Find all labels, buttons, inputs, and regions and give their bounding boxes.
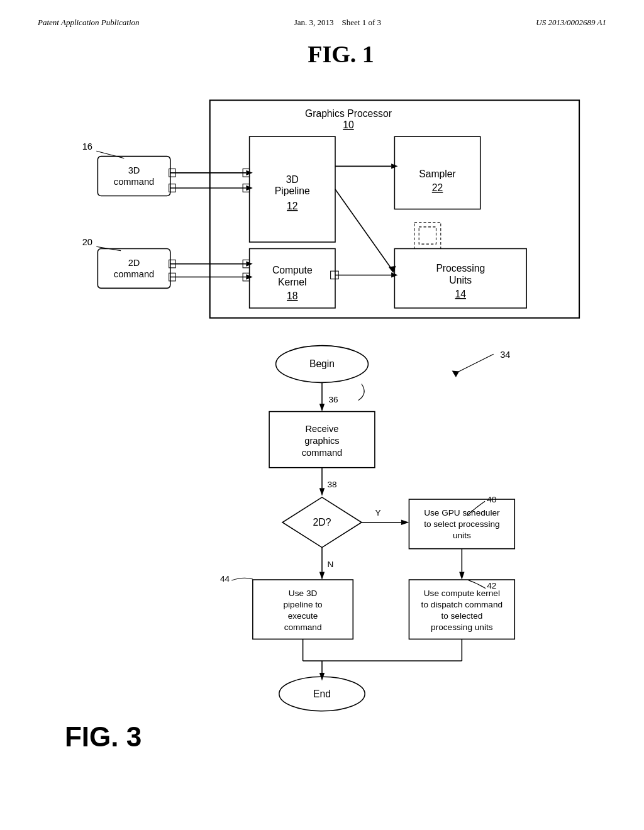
begin-label: Begin	[309, 358, 335, 369]
gpu-scheduler-label: Use GPU scheduler	[424, 508, 500, 517]
svg-marker-49	[319, 572, 325, 580]
receive-cmd-label: Receive	[305, 424, 338, 434]
compute-dispatch-label4: processing units	[431, 622, 493, 632]
receive-cmd-label2: graphics	[304, 436, 339, 446]
gpu-scheduler-label2: to select processing	[424, 519, 499, 529]
label-Y: Y	[375, 508, 381, 517]
receive-cmd-label3: command	[302, 448, 342, 458]
3d-pipeline-label2: Pipeline	[275, 185, 310, 196]
svg-marker-34	[452, 371, 460, 377]
compute-dispatch-label3: to selected	[441, 611, 482, 621]
gpu-scheduler-label3: units	[453, 531, 471, 540]
3d-exec-label4: command	[284, 622, 322, 632]
processing-units-label: Processing	[436, 263, 485, 274]
page-header: Patent Application Publication Jan. 3, 2…	[0, 0, 644, 34]
end-label: End	[313, 689, 331, 699]
graphics-processor-label: Graphics Processor	[305, 108, 392, 119]
3d-pipeline-label: 3D	[286, 174, 299, 185]
header-right: US 2013/0002689 A1	[536, 18, 606, 28]
gp-number: 10	[343, 119, 354, 130]
header-center: Jan. 3, 2013 Sheet 1 of 3	[294, 18, 381, 28]
label-N: N	[327, 560, 333, 569]
svg-marker-37	[319, 404, 325, 412]
fig1-title: FIG. 1	[38, 40, 644, 68]
label-38: 38	[327, 480, 336, 489]
sampler-num: 22	[432, 182, 443, 193]
label-16: 16	[82, 141, 92, 152]
header-left: Patent Application Publication	[38, 18, 140, 28]
svg-line-8	[96, 151, 124, 158]
svg-line-27	[335, 189, 391, 268]
3d-cmd-label: 3D	[128, 165, 140, 175]
compute-dispatch-label2: to dispatch command	[421, 600, 503, 609]
diamond-2d-label: 2D?	[313, 517, 331, 528]
compute-dispatch-label: Use compute kernel	[424, 589, 500, 598]
label-36: 36	[328, 395, 338, 404]
processing-units-num: 14	[455, 289, 467, 299]
3d-cmd-label2: command	[114, 177, 154, 187]
3d-exec-label: Use 3D	[289, 589, 318, 598]
svg-marker-43	[401, 520, 409, 525]
svg-marker-46	[459, 572, 464, 580]
compute-kernel-label2: Kernel	[278, 277, 306, 287]
compute-kernel-num: 18	[287, 290, 298, 301]
svg-rect-4	[414, 223, 441, 249]
3d-pipeline-num: 12	[287, 201, 297, 211]
label-44: 44	[220, 574, 230, 584]
label-34: 34	[500, 350, 510, 360]
2d-cmd-label: 2D	[128, 258, 140, 268]
diagram-area: Graphics Processor 10 3D Pipeline 12 Com…	[0, 80, 644, 830]
sampler-label: Sampler	[419, 169, 456, 179]
compute-kernel-label: Compute	[272, 265, 313, 275]
processing-units-label2: Units	[449, 275, 472, 285]
3d-exec-label2: pipeline to	[284, 600, 323, 609]
3d-exec-label3: execute	[288, 611, 318, 621]
svg-marker-40	[319, 488, 325, 496]
fig3-label: FIG. 3	[65, 721, 142, 752]
2d-cmd-label2: command	[114, 269, 154, 279]
label-20: 20	[82, 237, 92, 247]
svg-rect-5	[419, 227, 436, 244]
